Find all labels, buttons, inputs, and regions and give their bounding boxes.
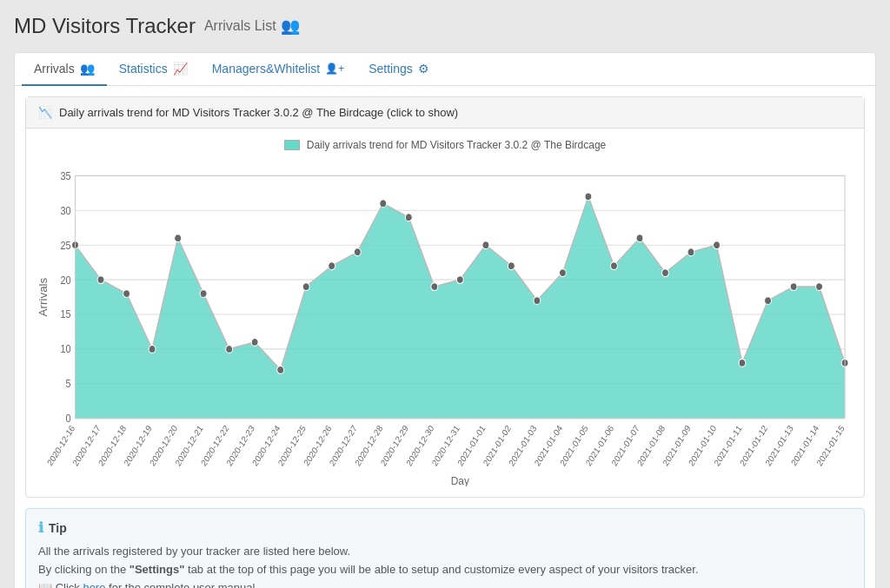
- svg-point-32: [456, 276, 463, 284]
- svg-point-29: [380, 200, 387, 208]
- tip-info-icon: ℹ: [38, 519, 43, 536]
- chart-legend: Daily arrivals trend for MD Visitors Tra…: [37, 139, 853, 151]
- people-icon: 👥: [281, 17, 300, 36]
- tip-line1: All the arrivals registered by your trac…: [38, 543, 852, 561]
- settings-gear-icon: ⚙: [418, 62, 429, 76]
- svg-point-31: [431, 283, 438, 291]
- svg-text:5: 5: [66, 378, 71, 390]
- chart-canvas: 05101520253035Arrivals2020-12-162020-12-…: [37, 156, 853, 486]
- chart-body: Daily arrivals trend for MD Visitors Tra…: [26, 129, 864, 497]
- tabs-bar: Arrivals 👥 Statistics 📈 Managers&Whiteli…: [15, 53, 875, 86]
- svg-text:30: 30: [60, 204, 70, 216]
- svg-point-44: [765, 297, 772, 305]
- svg-text:35: 35: [60, 169, 70, 182]
- legend-color-swatch: [284, 140, 300, 150]
- svg-text:25: 25: [60, 239, 70, 251]
- svg-point-20: [149, 345, 156, 353]
- svg-point-23: [226, 345, 233, 353]
- svg-point-43: [739, 359, 746, 367]
- tip-line2: By clicking on the "Settings" tab at the…: [38, 561, 852, 579]
- svg-point-25: [277, 366, 284, 373]
- chart-header-text: Daily arrivals trend for MD Visitors Tra…: [59, 106, 458, 119]
- svg-point-38: [610, 262, 617, 270]
- arrivals-tab-label: Arrivals: [34, 62, 75, 76]
- svg-point-41: [687, 248, 694, 256]
- svg-point-37: [585, 193, 592, 201]
- svg-text:Day: Day: [451, 474, 470, 486]
- book-icon: 📖: [38, 581, 52, 588]
- svg-point-24: [251, 338, 258, 346]
- tab-arrivals[interactable]: Arrivals 👥: [22, 53, 107, 86]
- svg-point-33: [482, 241, 489, 249]
- tip-header: ℹ Tip: [38, 519, 852, 536]
- manual-link[interactable]: here: [83, 581, 105, 588]
- chart-trend-icon: 📉: [38, 106, 52, 119]
- svg-point-30: [405, 214, 412, 221]
- svg-point-19: [123, 290, 130, 298]
- svg-point-27: [329, 262, 335, 270]
- svg-text:Arrivals: Arrivals: [38, 278, 50, 317]
- tip-section: ℹ Tip All the arrivals registered by you…: [25, 508, 865, 588]
- svg-text:0: 0: [66, 413, 71, 425]
- settings-tab-label: Settings: [369, 62, 413, 76]
- tip-title: Tip: [49, 521, 67, 535]
- arrivals-people-icon: 👥: [80, 62, 95, 76]
- settings-bold: "Settings": [130, 563, 185, 576]
- chart-header[interactable]: 📉 Daily arrivals trend for MD Visitors T…: [26, 97, 864, 129]
- main-card: Arrivals 👥 Statistics 📈 Managers&Whiteli…: [14, 52, 876, 588]
- svg-point-18: [97, 276, 104, 284]
- svg-point-28: [354, 248, 361, 256]
- svg-text:20: 20: [60, 274, 70, 286]
- page-header: MD Visitors Tracker Arrivals List 👥: [14, 14, 876, 38]
- managers-person-icon: 👤+: [325, 63, 344, 75]
- svg-point-34: [508, 262, 515, 270]
- content-area: 📉 Daily arrivals trend for MD Visitors T…: [15, 96, 875, 588]
- tip-text: All the arrivals registered by your trac…: [38, 543, 852, 588]
- tip-line3: 📖 Click here for the complete user manua…: [38, 579, 852, 588]
- statistics-chart-icon: 📈: [173, 62, 188, 76]
- svg-point-35: [534, 297, 541, 305]
- svg-point-22: [200, 290, 207, 298]
- chart-svg: 05101520253035Arrivals2020-12-162020-12-…: [37, 156, 853, 486]
- tab-managers[interactable]: Managers&Whitelist 👤+: [200, 53, 357, 86]
- tip-link-suffix: for the complete user manual.: [109, 581, 258, 588]
- svg-point-21: [175, 235, 182, 242]
- statistics-tab-label: Statistics: [119, 62, 168, 76]
- svg-point-26: [302, 283, 309, 291]
- page-subtitle: Arrivals List 👥: [204, 17, 300, 36]
- svg-point-36: [559, 269, 566, 277]
- svg-point-40: [662, 269, 669, 277]
- svg-text:15: 15: [60, 308, 70, 320]
- page-title: MD Visitors Tracker: [14, 14, 196, 38]
- managers-tab-label: Managers&Whitelist: [212, 62, 321, 76]
- svg-point-39: [636, 235, 643, 242]
- tab-statistics[interactable]: Statistics 📈: [107, 53, 200, 86]
- svg-point-42: [714, 241, 721, 249]
- tip-link-prefix: Click: [56, 581, 83, 588]
- tab-settings[interactable]: Settings ⚙: [356, 53, 442, 86]
- svg-point-45: [790, 283, 797, 291]
- svg-point-46: [816, 283, 823, 291]
- svg-text:10: 10: [60, 343, 70, 355]
- chart-section: 📉 Daily arrivals trend for MD Visitors T…: [25, 96, 865, 498]
- legend-label: Daily arrivals trend for MD Visitors Tra…: [307, 139, 607, 151]
- subtitle-text: Arrivals List: [204, 18, 276, 34]
- page-wrapper: MD Visitors Tracker Arrivals List 👥 Arri…: [0, 0, 890, 588]
